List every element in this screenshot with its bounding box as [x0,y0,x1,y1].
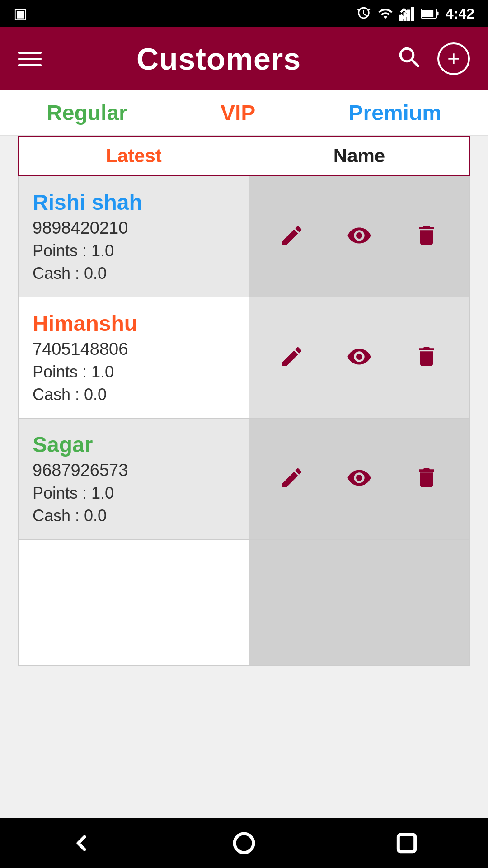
app-header: Customers [0,27,488,90]
battery-icon [421,6,439,21]
back-button[interactable] [69,830,94,856]
status-bar: ▣ 4:42 [0,0,488,27]
customer-info: Sagar 9687926573 Points : 1.0 Cash : 0.0 [19,419,249,539]
customer-cash: Cash : 0.0 [33,264,236,283]
customer-list: Rishi shah 9898420210 Points : 1.0 Cash … [18,176,470,818]
recent-apps-button[interactable] [394,830,419,856]
customer-phone: 7405148806 [33,340,236,359]
time-display: 4:42 [446,5,474,22]
customer-points: Points : 1.0 [33,363,236,382]
customer-actions [249,176,469,297]
customer-phone: 9687926573 [33,461,236,480]
alarm-icon [356,6,371,21]
svg-rect-3 [411,7,414,21]
customer-points: Points : 1.0 [33,241,236,260]
table-row: Rishi shah 9898420210 Points : 1.0 Cash … [18,176,470,297]
customer-tabs: Regular VIP Premium [0,90,488,136]
view-button[interactable] [342,461,376,497]
svg-rect-1 [403,12,406,21]
home-button[interactable] [231,830,257,856]
page-title: Customers [136,41,301,76]
view-button[interactable] [342,340,376,376]
customer-name: Rishi shah [33,190,236,215]
customer-name: Sagar [33,432,236,457]
customer-actions [249,419,469,539]
add-customer-button[interactable] [437,42,470,75]
svg-rect-6 [422,10,433,17]
svg-rect-0 [399,15,403,21]
edit-button[interactable] [275,218,309,255]
svg-point-7 [235,834,253,853]
customer-cash: Cash : 0.0 [33,506,236,525]
customer-name: Himanshu [33,311,236,336]
tab-vip[interactable]: VIP [207,96,269,130]
photo-icon: ▣ [14,5,27,22]
bottom-nav [0,818,488,868]
tab-regular[interactable]: Regular [33,96,141,130]
svg-rect-2 [407,10,410,22]
empty-row [18,540,470,666]
customer-info: Himanshu 7405148806 Points : 1.0 Cash : … [19,297,249,418]
tab-premium[interactable]: Premium [335,96,455,130]
customer-points: Points : 1.0 [33,484,236,503]
empty-right [249,540,469,665]
edit-button[interactable] [275,461,309,497]
delete-button[interactable] [409,461,444,497]
search-button[interactable] [396,44,424,74]
customer-phone: 9898420210 [33,218,236,238]
signal-icon [399,6,415,21]
svg-rect-5 [436,12,438,16]
wifi-icon [378,6,393,21]
table-header: Latest Name [18,136,470,176]
table-row: Himanshu 7405148806 Points : 1.0 Cash : … [18,297,470,419]
sort-latest[interactable]: Latest [19,137,249,175]
empty-left [19,540,249,665]
menu-button[interactable] [18,52,42,66]
sort-name[interactable]: Name [249,137,469,175]
view-button[interactable] [342,218,376,255]
delete-button[interactable] [409,340,444,376]
header-actions [396,42,470,75]
customer-info: Rishi shah 9898420210 Points : 1.0 Cash … [19,176,249,297]
delete-button[interactable] [409,218,444,255]
customer-cash: Cash : 0.0 [33,385,236,404]
table-row: Sagar 9687926573 Points : 1.0 Cash : 0.0 [18,419,470,540]
edit-button[interactable] [275,340,309,376]
svg-rect-8 [398,835,415,851]
customer-actions [249,297,469,418]
